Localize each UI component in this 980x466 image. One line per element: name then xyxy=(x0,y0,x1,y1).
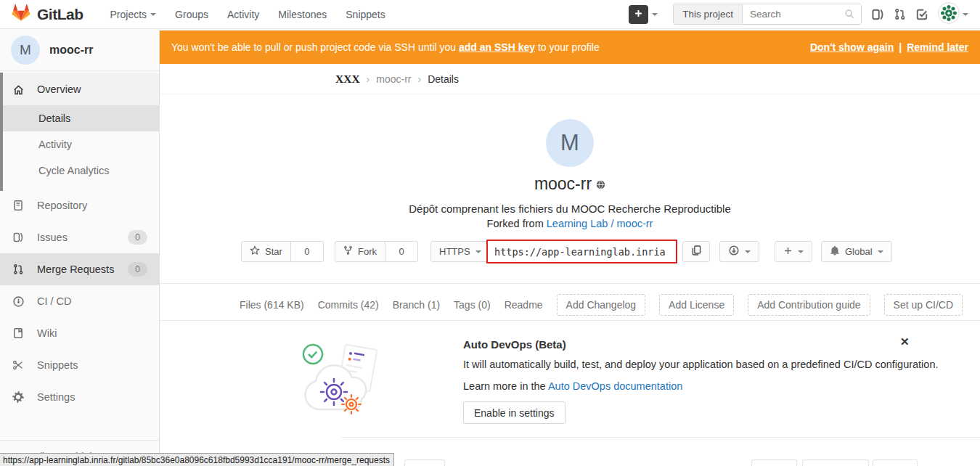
project-title: mooc-rr xyxy=(160,174,980,194)
remind-later-link[interactable]: Remind later xyxy=(907,41,968,53)
clone-url-input[interactable] xyxy=(486,240,677,263)
issues-icon xyxy=(12,232,25,243)
project-description: Dépôt comprenant les fichiers du MOOC Re… xyxy=(160,203,980,215)
project-sidebar: M mooc-rr Overview Details Activity Cycl… xyxy=(0,29,160,466)
breadcrumb-project[interactable]: mooc-rr xyxy=(376,73,411,85)
forked-from-line: Forked from Learning Lab / mooc-rr xyxy=(160,218,980,229)
nav-item-groups[interactable]: Groups xyxy=(175,9,208,20)
breadcrumb: XXX › mooc-rr › Details xyxy=(160,64,980,94)
fork-button[interactable]: Fork xyxy=(335,241,385,262)
copy-clone-url-button[interactable] xyxy=(682,241,710,262)
sidebar-item-wiki[interactable]: Wiki xyxy=(0,317,159,349)
forked-from-link[interactable]: Learning Lab / mooc-rr xyxy=(547,218,653,229)
tab-files[interactable]: Files (614 KB) xyxy=(240,299,304,311)
add-ssh-key-link[interactable]: add an SSH key xyxy=(459,41,535,53)
sidebar-item-label: Details xyxy=(38,113,70,124)
search-input[interactable] xyxy=(743,9,861,20)
breadcrumb-page[interactable]: Details xyxy=(428,73,459,85)
user-menu[interactable] xyxy=(938,2,968,27)
chevron-down-icon[interactable] xyxy=(652,13,658,16)
sidebar-scrollbar[interactable] xyxy=(0,73,3,191)
new-menu-button[interactable] xyxy=(629,5,648,24)
sidebar-item-issues[interactable]: Issues 0 xyxy=(0,221,159,253)
gitlab-logo[interactable]: GitLab xyxy=(12,4,83,25)
count-badge: 0 xyxy=(128,230,147,245)
create-new-dropdown[interactable] xyxy=(775,241,812,262)
sidebar-item-label: CI / CD xyxy=(37,295,72,307)
star-count[interactable]: 0 xyxy=(291,241,324,262)
bell-icon xyxy=(830,245,840,258)
close-icon[interactable]: ✕ xyxy=(900,335,910,348)
add-license-button[interactable]: Add License xyxy=(659,294,734,316)
chevron-down-icon xyxy=(150,13,156,16)
breadcrumb-separator-icon: › xyxy=(367,73,370,85)
add-contribution-guide-button[interactable]: Add Contribution guide xyxy=(748,294,870,316)
auto-devops-doc-link[interactable]: Auto DevOps documentation xyxy=(548,380,682,392)
brand-wordmark: GitLab xyxy=(37,6,83,23)
chevron-down-icon xyxy=(745,250,751,253)
fork-count[interactable]: 0 xyxy=(385,241,418,262)
partial-button[interactable] xyxy=(802,459,869,466)
sidebar-item-label: Issues xyxy=(37,232,68,243)
download-source-dropdown[interactable] xyxy=(719,241,759,262)
sidebar-item-merge-requests[interactable]: Merge Requests 0 xyxy=(0,253,159,285)
todos-icon[interactable] xyxy=(915,8,928,21)
sidebar-item-ci-cd[interactable]: CI / CD xyxy=(0,285,159,317)
sidebar-item-overview[interactable]: Overview xyxy=(0,73,159,105)
setup-ci-cd-button[interactable]: Set up CI/CD xyxy=(884,294,963,316)
sidebar-item-label: Snippets xyxy=(37,359,78,371)
search-group: This project xyxy=(673,4,862,25)
browser-status-tooltip: https://app-learninglab.inria.fr/gitlab/… xyxy=(0,453,394,466)
project-action-bar: Star 0 Fork 0 HTTPS Global xyxy=(160,241,980,266)
sidebar-item-repository[interactable]: Repository xyxy=(0,189,159,221)
sidebar-item-label: Settings xyxy=(37,391,75,403)
sidebar-item-settings[interactable]: Settings xyxy=(0,381,159,413)
protocol-dropdown[interactable]: HTTPS xyxy=(430,241,490,262)
fork-icon xyxy=(343,245,353,258)
sidebar-item-cycle-analytics[interactable]: Cycle Analytics xyxy=(0,158,159,184)
search-icon xyxy=(844,9,855,20)
top-navbar: GitLab Projects Groups Activity Mileston… xyxy=(0,0,980,29)
merge-request-icon xyxy=(12,263,25,275)
auto-devops-illustration xyxy=(296,331,387,428)
sidebar-project-header[interactable]: M mooc-rr xyxy=(0,29,159,71)
nav-item-projects[interactable]: Projects xyxy=(110,9,157,20)
chevron-down-icon xyxy=(878,250,883,253)
sidebar-item-snippets[interactable]: Snippets xyxy=(0,349,159,381)
partial-button[interactable] xyxy=(404,459,445,466)
tab-branches[interactable]: Branch (1) xyxy=(393,299,440,311)
globe-public-icon xyxy=(596,174,605,193)
sidebar-item-details[interactable]: Details xyxy=(0,105,159,131)
breadcrumb-namespace[interactable]: XXX xyxy=(335,73,360,86)
banner-text: You won't be able to pull or push projec… xyxy=(171,41,456,53)
star-button[interactable]: Star xyxy=(241,241,291,262)
notification-dropdown[interactable]: Global xyxy=(821,241,892,262)
sidebar-item-label: Activity xyxy=(38,139,72,150)
document-icon xyxy=(12,200,25,211)
home-icon xyxy=(12,83,25,96)
tab-readme[interactable]: Readme xyxy=(505,299,543,311)
plus-icon xyxy=(634,8,643,21)
chevron-down-icon xyxy=(798,250,804,253)
status-url: https://app-learninglab.inria.fr/gitlab/… xyxy=(3,455,390,465)
dont-show-again-link[interactable]: Don't show again xyxy=(810,41,894,53)
project-avatar-small: M xyxy=(11,36,40,65)
nav-item-snippets[interactable]: Snippets xyxy=(346,9,385,20)
nav-item-milestones[interactable]: Milestones xyxy=(278,9,327,20)
sidebar-item-label: Cycle Analytics xyxy=(38,165,110,176)
tab-commits[interactable]: Commits (42) xyxy=(318,299,379,311)
export-download-icon xyxy=(728,245,740,258)
nav-item-activity[interactable]: Activity xyxy=(227,9,259,20)
banner-separator: | xyxy=(899,41,902,53)
sidebar-item-activity[interactable]: Activity xyxy=(0,131,159,158)
issues-dashboard-icon[interactable] xyxy=(871,8,884,21)
banner-text-after: to your profile xyxy=(538,41,600,53)
tab-tags[interactable]: Tags (0) xyxy=(454,299,491,311)
book-icon xyxy=(12,327,25,339)
sidebar-item-label: Merge Requests xyxy=(37,263,114,275)
partial-button[interactable] xyxy=(751,459,797,466)
add-changelog-button[interactable]: Add Changelog xyxy=(557,294,646,316)
enable-in-settings-button[interactable]: Enable in settings xyxy=(463,401,565,424)
merge-requests-dashboard-icon[interactable] xyxy=(894,8,906,20)
partial-button[interactable] xyxy=(873,459,918,466)
